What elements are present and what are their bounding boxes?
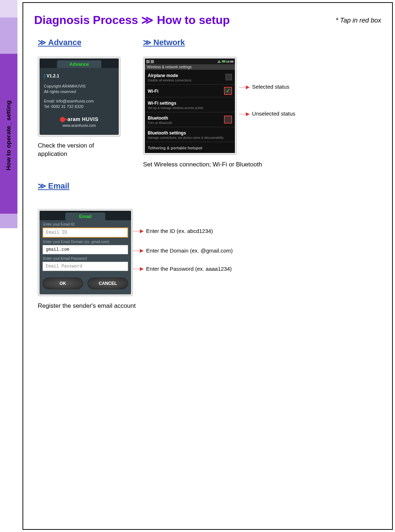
checkbox-wifi[interactable] xyxy=(224,87,232,95)
sidebar-accent-1 xyxy=(0,0,17,17)
status-icon xyxy=(146,60,150,63)
advance-caption: Check the version of application xyxy=(38,142,114,158)
callout-unselected: ······▶Unselected status xyxy=(239,110,296,117)
lbl-email-id: Enter yout Email ID xyxy=(40,220,131,227)
copyright-text: Copyright ARAMHUVIS All rights reserved xyxy=(44,84,114,95)
sidebar-accent-3 xyxy=(0,214,17,228)
advance-heading: ≫ Advance xyxy=(38,38,81,47)
brand-url: www.aramhuvis.com xyxy=(44,123,114,128)
network-device-mock: 12:00 Wireless & network settings Airpla… xyxy=(143,57,237,155)
row-bluetooth[interactable]: BluetoothTurn on Bluetooth xyxy=(145,112,235,127)
brand-logo-icon xyxy=(60,117,65,122)
checkbox-bluetooth[interactable] xyxy=(224,116,232,124)
lbl-email-password: Enter yout Email Password xyxy=(40,254,131,262)
hint-text: * Tap in red box xyxy=(336,17,381,24)
page-title: Diagnosis Process ≫ How to setup xyxy=(34,13,230,27)
lbl-email-domain: Enter yout Email Domain (ex. gmail.com) xyxy=(40,238,131,245)
clock-label: 12:00 xyxy=(226,60,233,63)
callout-email-domain: ······▶Enter the Domain (ex. @gmail.com) xyxy=(133,247,233,254)
row-tethering[interactable]: Tethering & portable hotspot xyxy=(145,142,235,153)
email-heading: ≫ Email xyxy=(38,181,69,191)
page-frame: Diagnosis Process ≫ How to setup * Tap i… xyxy=(23,2,393,530)
callout-email-id: ······▶Enter the ID (ex. abcd1234) xyxy=(133,228,213,234)
input-email-password[interactable]: Email Password xyxy=(42,262,128,271)
network-caption: Set Wireless connection; Wi-Fi or Blueto… xyxy=(143,161,381,169)
version-label: |V1.2.1 xyxy=(44,73,114,79)
row-wifi[interactable]: Wi-Fi xyxy=(145,85,235,97)
sidebar-accent-2 xyxy=(0,17,17,54)
email-line: Email: info@aramhuvis.com xyxy=(44,98,114,104)
sidebar-label: How to operate_ setting xyxy=(0,57,17,214)
network-heading: ≫ Network xyxy=(143,38,185,47)
email-caption: Register the sender's email account xyxy=(38,302,381,310)
brand-logo-text: aram HUVIS xyxy=(68,116,98,122)
row-bluetooth-settings[interactable]: Bluetooth settingsManage connections, se… xyxy=(145,127,235,142)
email-device-mock: Email Enter yout Email ID Email ID Enter… xyxy=(38,209,133,296)
input-email-id[interactable]: Email ID xyxy=(42,227,128,238)
network-header: Wireless & network settings xyxy=(145,64,235,70)
input-email-domain[interactable]: gmail.com xyxy=(42,245,128,254)
callout-selected: ······▶Selected status xyxy=(239,84,289,90)
checkbox-airplane[interactable] xyxy=(225,74,232,80)
cancel-button[interactable]: CANCEL xyxy=(87,278,128,289)
advance-tab[interactable]: Advance xyxy=(57,60,101,68)
email-tab[interactable]: Email xyxy=(65,213,106,220)
callout-email-password: ······▶Enter the Password (ex. aaaa1234) xyxy=(133,266,232,272)
wifi-signal-icon xyxy=(217,60,221,63)
battery-icon xyxy=(222,60,225,63)
tel-line: Tel: 0082 31 732 6320 xyxy=(44,104,114,109)
ok-button[interactable]: OK xyxy=(42,278,83,289)
advance-device-mock: Advance |V1.2.1 Copyright ARAMHUVIS All … xyxy=(38,57,121,137)
status-icon xyxy=(151,60,154,63)
row-airplane[interactable]: Airplane modeDisable all wireless connec… xyxy=(145,70,235,85)
row-wifi-settings[interactable]: Wi-Fi settingsSet up & manage wireless a… xyxy=(145,97,235,112)
